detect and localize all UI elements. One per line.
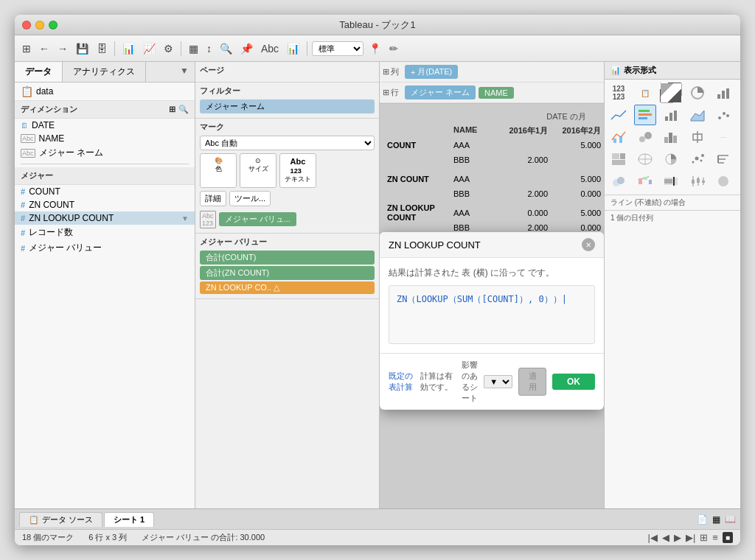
zn-lookup-pill[interactable]: ZN LOOKUP CO.. △ — [200, 281, 375, 294]
chart2-button[interactable]: 📈 — [140, 41, 159, 56]
tab-analytics[interactable]: アナリティクス — [63, 62, 146, 82]
viz-dual-axis[interactable] — [608, 127, 630, 147]
dim-search-icon[interactable]: 🔍 — [178, 105, 189, 114]
field-name[interactable]: Abc NAME — [15, 132, 195, 145]
nav-prev[interactable]: ◀ — [662, 532, 669, 543]
layout-button[interactable]: ▦ — [186, 41, 201, 56]
forward-button[interactable]: → — [55, 41, 71, 56]
sort-button[interactable]: ↕ — [203, 41, 215, 56]
field-measure-values[interactable]: # メジャー バリュー — [15, 240, 195, 256]
measure-values-card: メジャー バリュー 合計(COUNT) 合計(ZN COUNT) ZN LOOK… — [195, 234, 379, 299]
mark-color-btn[interactable]: 🎨 色 — [200, 153, 237, 188]
svg-point-12 — [723, 112, 726, 115]
viz-treemap[interactable] — [608, 149, 630, 169]
viz-bubble[interactable] — [634, 127, 656, 147]
field-zn-lookup-count[interactable]: # ZN LOOKUP COUNT ▼ — [15, 211, 195, 225]
filter-button[interactable]: 🔍 — [217, 41, 235, 56]
tooltip-btn[interactable]: ツール... — [229, 191, 271, 206]
settings-button[interactable]: ⚙ — [161, 41, 176, 56]
viz-map[interactable] — [634, 149, 656, 169]
col-date-pill[interactable]: + 月(DATE) — [405, 65, 458, 79]
ok-button[interactable]: OK — [552, 374, 595, 390]
standard-select[interactable]: 標準 — [312, 41, 363, 56]
text-label[interactable]: Abc — [258, 41, 282, 56]
viz-panel-title: 📊 表示形式 — [605, 62, 740, 80]
pin2-button[interactable]: 📍 — [366, 41, 384, 56]
default-calc-link[interactable]: 既定の表計算 — [389, 371, 414, 393]
modal-formula-editor[interactable]: ZN（LOOKUP（SUM（[COUNT]）, 0））| — [389, 285, 595, 344]
field-zn-count[interactable]: # ZN COUNT — [15, 198, 195, 211]
viz-text1[interactable]: 123123 — [608, 83, 630, 103]
viz-gantt[interactable] — [712, 149, 734, 169]
viz-circle[interactable] — [712, 171, 734, 192]
viz-map-density[interactable]: ⋯ — [712, 127, 734, 147]
row-pill-measure-name[interactable]: メジャー ネーム — [405, 85, 476, 99]
viz-text2[interactable]: 📋 — [634, 83, 656, 103]
viz-bar2[interactable] — [660, 105, 682, 125]
viz-scatter1[interactable] — [712, 83, 734, 103]
grid-view-icon[interactable]: ⊞ — [700, 532, 708, 543]
back-button[interactable]: ← — [36, 41, 52, 56]
viz-line1[interactable] — [608, 105, 630, 125]
svg-rect-18 — [664, 137, 668, 143]
viz-waterfall[interactable] — [634, 171, 656, 192]
viz-button[interactable]: 📊 — [284, 41, 302, 56]
field-measure-name[interactable]: Abc メジャー ネーム — [15, 145, 195, 161]
measure-value-active-pill[interactable]: メジャー バリュ... — [219, 212, 296, 226]
viz-area1[interactable] — [686, 105, 709, 125]
dim-grid-icon[interactable]: ⊞ — [169, 105, 175, 114]
viz-heat[interactable] — [660, 83, 682, 103]
mark-text-btn[interactable]: Abc123 テキスト — [279, 153, 316, 188]
nav-first[interactable]: |◀ — [648, 532, 658, 543]
nav-next[interactable]: ▶ — [674, 532, 681, 543]
svg-rect-8 — [669, 113, 672, 121]
apply-button[interactable]: 適用 — [518, 368, 546, 396]
new-story-icon[interactable]: 📖 — [725, 514, 736, 525]
minimize-button[interactable] — [35, 21, 44, 29]
detail-btn[interactable]: 詳細 — [200, 191, 226, 206]
nav-last[interactable]: ▶| — [686, 532, 695, 543]
panel-arrow[interactable]: ▼ — [174, 62, 195, 82]
modal-close-button[interactable]: ✕ — [582, 238, 595, 251]
viz-candlestick[interactable] — [686, 171, 709, 192]
filter-pill-measure-name[interactable]: メジャー ネーム — [200, 99, 375, 113]
viz-grid: 123123 📋 — [605, 80, 740, 195]
close-button[interactable] — [22, 21, 31, 29]
pen-button[interactable]: ✏ — [386, 41, 401, 56]
pin-button[interactable]: 📌 — [237, 41, 256, 56]
viz-histogram[interactable] — [660, 127, 682, 147]
marks-type-select[interactable]: Abc 自動 — [200, 136, 375, 150]
svg-point-31 — [695, 157, 698, 161]
viz-bar1[interactable] — [634, 105, 656, 125]
tab-datasource[interactable]: 📋 データ ソース — [19, 512, 102, 527]
datasource-button[interactable]: 🗄 — [94, 41, 110, 56]
viz-bullet[interactable] — [660, 171, 682, 192]
viz-scatter3[interactable] — [686, 149, 709, 169]
tab-data[interactable]: データ — [15, 62, 63, 82]
count-pill[interactable]: 合計(COUNT) — [200, 251, 375, 265]
separator3 — [307, 41, 307, 56]
viz-density[interactable] — [608, 171, 630, 192]
maximize-button[interactable] — [49, 21, 58, 29]
field-date[interactable]: 🗓 DATE — [15, 119, 195, 132]
list-view-icon[interactable]: ≡ — [712, 532, 718, 543]
tab-sheet1[interactable]: シート 1 — [104, 512, 154, 527]
chart-button[interactable]: 📊 — [119, 41, 138, 56]
viz-box[interactable] — [686, 127, 709, 147]
zn-count-pill[interactable]: 合計(ZN COUNT) — [200, 266, 375, 280]
new-sheet-icon[interactable]: 📄 — [697, 514, 708, 525]
viz-scatter2[interactable] — [712, 105, 734, 125]
field-count[interactable]: # COUNT — [15, 185, 195, 198]
viz-pie1[interactable] — [686, 83, 709, 103]
affect-select[interactable]: ▼ — [484, 375, 512, 388]
field-record-count[interactable]: # レコード数 — [15, 225, 195, 240]
pages-card: ページ — [195, 62, 379, 83]
grid-icon[interactable]: ⊞ — [19, 41, 34, 56]
row-pill-name[interactable]: NAME — [479, 87, 514, 99]
dimensions-header: ディメンション ⊞ 🔍 — [15, 101, 195, 119]
new-dashboard-icon[interactable]: ▦ — [712, 514, 720, 525]
zoom-btn[interactable]: ■ — [723, 532, 733, 543]
viz-pie2[interactable] — [660, 149, 682, 169]
save-button[interactable]: 💾 — [73, 41, 91, 56]
mark-size-btn[interactable]: ⊙ サイズ — [240, 153, 276, 188]
